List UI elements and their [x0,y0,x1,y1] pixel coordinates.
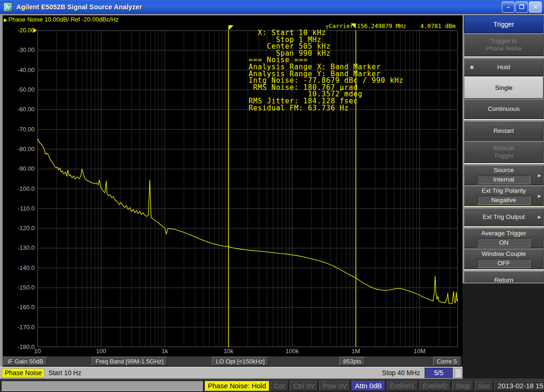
y-axis-tick-label: -100.0 [2,185,35,192]
softkey-label: Source [494,167,514,174]
correction-chip: Corre 5 [433,357,461,366]
menu-separator [464,119,544,121]
softkey-trigger-to-phase-noise: Trigger to Phase Noise [464,34,544,56]
attenuator-chip: Attn 0dB [352,381,385,391]
datetime-display: 2013-02-18 15:36 [494,381,544,391]
extref1-chip: ExtRef1 [387,381,418,391]
ctrl-voltage-chip: Ctrl 0V [290,381,318,391]
trace-scale-label: Phase Noise 10.00dB/ Ref -20.00dBc/Hz [8,16,119,23]
y-axis-tick-label: -160.0 [2,304,35,311]
menu-separator [464,269,544,271]
softkey-value: Negative [477,196,530,205]
svc-chip: Svc [475,381,493,391]
x-axis-tick-label: 1M [352,348,360,355]
x-axis-tick-label: 10M [413,348,425,355]
softkey-average-trigger[interactable]: Average TriggerON [464,228,544,248]
softkey-source[interactable]: SourceInternal▶ [464,165,544,185]
softkey-label: Manual Trigger [493,145,514,160]
x-axis-tick-label: 10 [34,348,41,355]
menu-separator [464,57,544,58]
y-axis-tick-label: -70.00 [2,126,35,133]
stop-chip: Stop [452,381,473,391]
softkey-single[interactable]: Single [464,77,544,99]
softkey-value: ON [477,238,530,247]
y-axis-tick-label: -150.0 [2,284,35,291]
band-marker-2-flag-icon[interactable] [351,23,356,29]
app-icon [3,2,13,12]
instrument-status-bar: Phase Noise: Hold Cor Ctrl 0V Pow 0V Att… [0,379,544,392]
y-axis-tick-label: -40.00 [2,66,35,73]
noise-analysis-readout: X: Start 10 kHz Stop 1 MHz Center 505 kH… [249,29,404,111]
softkey-ext-trig-output[interactable]: Ext Trig Output▶ [464,208,544,226]
softkey-label: Hold [497,64,510,71]
softkey-menu: TriggerTrigger to Phase NoiseHoldSingleC… [463,15,544,290]
titlebar: Agilent E5052B Signal Source Analyzer – … [0,0,544,14]
status-message-area [1,381,203,391]
analyzer-window: Agilent E5052B Signal Source Analyzer – … [0,0,544,392]
carrier-readout: ┬Carrier 156.249879 MHz4.0781 dBm [325,22,456,29]
y-axis-tick-label: -110.0 [2,205,35,212]
softkey-label: Continuous [488,105,520,113]
page-indicator[interactable]: 5/5 [425,368,453,378]
sweep-stop-label: Stop 40 MHz [382,369,420,377]
x-axis-tick-label: 100k [286,348,299,355]
softkey-hold[interactable]: Hold [464,58,544,76]
freq-band-chip: Freq Band [99M-1.5GHz] [92,357,167,366]
correction-status-chip: Cor [271,381,288,391]
window-title: Agilent E5052B Signal Source Analyzer [16,3,142,11]
y-axis-tick-label: -80.00 [2,145,35,152]
radio-indicator-icon [470,65,474,70]
x-axis-tick-label: 10k [224,348,234,355]
close-button[interactable]: ✕ [529,1,542,13]
power-voltage-chip: Pow 0V [319,381,350,391]
softkey-label: Ext Trig Output [483,213,525,221]
y-axis-tick-label: -60.00 [2,106,35,113]
y-axis-tick-label: -20.00 [2,27,35,34]
softkey-value: OFF [477,259,530,268]
x-axis-tick-label: 100 [96,348,106,355]
scroll-button[interactable] [455,368,462,378]
y-axis-tick-label: -30.00 [2,46,35,53]
softkey-label: Trigger to Phase Noise [486,37,522,52]
y-axis-tick-label: -170.0 [2,324,35,331]
measurement-settings-bar: IF Gain 50dB Freq Band [99M-1.5GHz] LO O… [3,356,462,366]
y-axis-tick-label: -140.0 [2,264,35,271]
softkey-continuous[interactable]: Continuous [464,99,544,119]
menu-separator [464,226,544,228]
submenu-arrow-icon: ▶ [538,213,541,221]
carrier-frequency: ┬Carrier 156.249879 MHz [325,22,406,29]
trace-scale-readout: ▶Phase Noise 10.00dB/ Ref -20.00dBc/Hz [4,16,118,23]
softkey-value: Internal [477,175,530,184]
submenu-arrow-icon: ▶ [538,172,541,179]
y-axis-tick-label: -90.00 [2,165,35,172]
softkey-manual-trigger: Manual Trigger [464,141,544,163]
menu-header-trigger: Trigger [464,15,544,33]
sweep-range-bar: Phase Noise Start 10 Hz Stop 40 MHz 5/5 [0,367,463,379]
softkey-label: Ext Trig Polarity [482,187,526,195]
softkey-restart[interactable]: Restart [464,121,544,141]
softkey-label: Window Couple [482,250,526,258]
softkey-label: Single [495,84,513,92]
minimize-button[interactable]: – [502,1,515,13]
trace-marker-icon: ▶ [4,17,7,22]
ref-level-arrow-icon [33,28,37,33]
softkey-window-couple[interactable]: Window CoupleOFF [464,249,544,269]
band-marker-1-flag-icon[interactable] [228,25,234,30]
lo-opt-chip: LO Opt [<150kHz] [212,357,268,366]
softkey-menu-spacer [463,283,544,379]
menu-separator [464,163,544,165]
active-measurement-chip: Phase Noise [2,368,44,377]
extref2-chip: ExtRef2 [419,381,451,391]
submenu-arrow-icon: ▶ [538,192,541,200]
if-gain-chip: IF Gain 50dB [4,357,47,366]
restore-button[interactable]: ❐ [515,1,528,13]
sweep-start-label: Start 10 Hz [48,369,81,377]
y-axis-tick-label: -50.00 [2,86,35,93]
x-axis-tick-label: 1k [162,348,168,355]
softkey-label: Average Trigger [481,230,526,237]
softkey-ext-trig-polarity[interactable]: Ext Trig PolarityNegative▶ [464,186,544,206]
points-chip: 853pts [339,357,365,366]
y-axis-tick-label: -130.0 [2,244,35,251]
softkey-label: Restart [493,127,514,135]
trigger-status-chip: Phase Noise: Hold [205,381,269,391]
